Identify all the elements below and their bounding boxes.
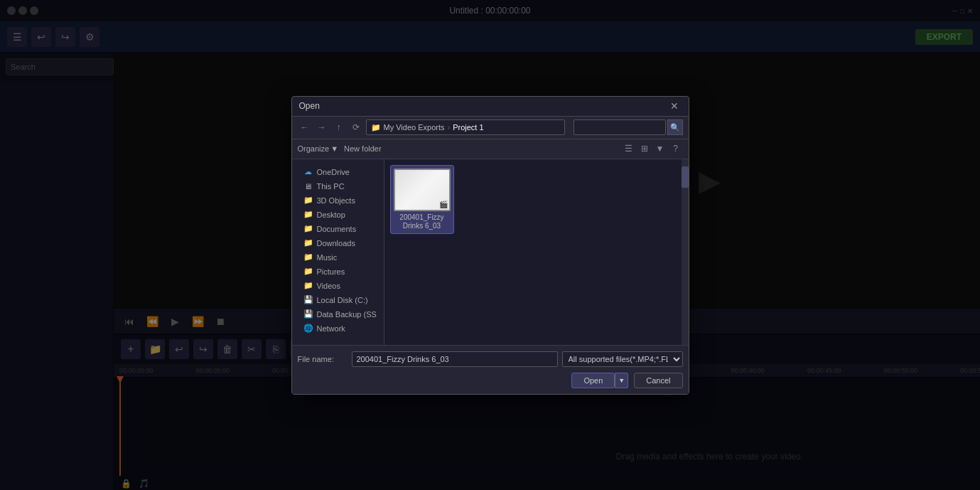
dialog-search-input[interactable] [574, 119, 666, 135]
open-button[interactable]: Open [571, 373, 615, 388]
sidebar-item-downloads-label: Downloads [317, 239, 355, 247]
desktop-icon: 📁 [303, 210, 313, 220]
sidebar-item-downloads[interactable]: 📁 Downloads [292, 236, 384, 250]
nav-forward-button[interactable]: → [315, 120, 329, 134]
dialog-scrollbar[interactable] [682, 159, 689, 345]
thispc-icon: 🖥 [303, 181, 313, 191]
breadcrumb-current: Project 1 [453, 123, 483, 132]
dialog-sidebar: ☁ OneDrive 🖥 This PC 📁 3D Objects 📁 Desk… [292, 159, 384, 345]
sidebar-item-music-label: Music [317, 253, 338, 262]
file-grid: 🎬 200401_FizzyDrinks 6_03 [390, 165, 676, 234]
sidebar-item-3dobjects[interactable]: 📁 3D Objects [292, 193, 384, 208]
filename-input[interactable] [352, 351, 558, 367]
dialog-files: 🎬 200401_FizzyDrinks 6_03 [384, 159, 682, 345]
scroll-thumb[interactable] [682, 166, 689, 188]
dialog-organize-toolbar: Organize ▼ New folder ☰ ⊞ ▼ ? [292, 139, 689, 159]
sidebar-item-3dobjects-label: 3D Objects [317, 196, 355, 205]
breadcrumb: 📁 My Video Exports › Project 1 [366, 119, 565, 135]
3dobjects-icon: 📁 [303, 196, 313, 206]
sidebar-item-localdisk[interactable]: 💾 Local Disk (C:) [292, 293, 384, 307]
open-dialog: Open ✕ ← → ↑ ⟳ 📁 My Video Exports › Proj… [291, 96, 689, 395]
file-item-fizzy-drinks[interactable]: 🎬 200401_FizzyDrinks 6_03 [390, 165, 454, 234]
sidebar-item-onedrive-label: OneDrive [317, 168, 350, 176]
breadcrumb-root: My Video Exports [384, 123, 445, 132]
organize-arrow-icon: ▼ [330, 144, 338, 153]
sidebar-item-onedrive[interactable]: ☁ OneDrive [292, 165, 384, 179]
organize-label: Organize [298, 144, 330, 153]
nav-recent-button[interactable]: ⟳ [349, 120, 363, 134]
breadcrumb-icon: 📁 [371, 123, 381, 132]
onedrive-icon: ☁ [303, 167, 313, 177]
sidebar-item-videos[interactable]: 📁 Videos [292, 279, 384, 293]
dialog-search-button[interactable]: 🔍 [667, 119, 683, 135]
dialog-body: ☁ OneDrive 🖥 This PC 📁 3D Objects 📁 Desk… [292, 159, 689, 345]
sidebar-item-documents-label: Documents [317, 225, 357, 233]
sidebar-item-databackup-label: Data Backup (SS [317, 310, 377, 319]
sidebar-item-videos-label: Videos [317, 282, 340, 290]
filename-row: File name: All supported files(*.MP4;*.F… [298, 351, 683, 367]
sidebar-section-main: ☁ OneDrive 🖥 This PC 📁 3D Objects 📁 Desk… [292, 164, 384, 337]
sidebar-item-databackup[interactable]: 💾 Data Backup (SS [292, 307, 384, 321]
film-strip-icon: 🎬 [439, 201, 448, 208]
sidebar-item-music[interactable]: 📁 Music [292, 250, 384, 265]
file-thumbnail-fizzy-drinks: 🎬 [394, 169, 451, 211]
organize-button[interactable]: Organize ▼ [298, 144, 339, 153]
dialog-close-button[interactable]: ✕ [667, 99, 682, 113]
view-buttons: ☰ ⊞ ▼ ? [622, 142, 683, 156]
sidebar-item-pictures-label: Pictures [317, 267, 345, 276]
downloads-icon: 📁 [303, 238, 313, 248]
open-arrow-button[interactable]: ▼ [615, 373, 628, 388]
dialog-nav: ← → ↑ ⟳ 📁 My Video Exports › Project 1 🔍 [292, 117, 689, 139]
documents-icon: 📁 [303, 224, 313, 234]
localdisk-icon: 💾 [303, 295, 313, 305]
sidebar-item-desktop[interactable]: 📁 Desktop [292, 208, 384, 222]
network-icon: 🌐 [303, 324, 313, 334]
sidebar-item-documents[interactable]: 📁 Documents [292, 222, 384, 236]
new-folder-button[interactable]: New folder [344, 144, 382, 153]
dialog-actions: Open ▼ Cancel [298, 373, 683, 388]
view-grid-button[interactable]: ⊞ [637, 142, 652, 156]
file-name-fizzy-drinks: 200401_FizzyDrinks 6_03 [399, 213, 443, 230]
filetype-select[interactable]: All supported files(*.MP4;*.FLV; All fil… [562, 351, 683, 367]
sidebar-item-desktop-label: Desktop [317, 211, 345, 219]
sidebar-item-network[interactable]: 🌐 Network [292, 321, 384, 336]
dialog-title: Open [299, 101, 320, 111]
videos-icon: 📁 [303, 281, 313, 291]
dialog-overlay: Open ✕ ← → ↑ ⟳ 📁 My Video Exports › Proj… [0, 0, 980, 490]
sidebar-item-thispc-label: This PC [317, 182, 345, 191]
breadcrumb-sep-1: › [448, 123, 451, 132]
databackup-icon: 💾 [303, 309, 313, 319]
view-help-button[interactable]: ? [669, 142, 683, 156]
sidebar-item-localdisk-label: Local Disk (C:) [317, 296, 368, 304]
view-options-button[interactable]: ▼ [653, 142, 667, 156]
sidebar-item-network-label: Network [317, 324, 345, 333]
filename-label: File name: [298, 355, 348, 363]
cancel-button[interactable]: Cancel [634, 373, 682, 388]
file-area-container: 🎬 200401_FizzyDrinks 6_03 [384, 159, 689, 345]
nav-up-button[interactable]: ↑ [332, 120, 346, 134]
dialog-titlebar: Open ✕ [292, 97, 689, 117]
nav-back-button[interactable]: ← [298, 120, 312, 134]
music-icon: 📁 [303, 252, 313, 262]
sidebar-item-thispc[interactable]: 🖥 This PC [292, 179, 384, 193]
sidebar-item-pictures[interactable]: 📁 Pictures [292, 265, 384, 279]
view-list-button[interactable]: ☰ [622, 142, 636, 156]
dialog-bottom: File name: All supported files(*.MP4;*.F… [292, 345, 689, 394]
pictures-icon: 📁 [303, 267, 313, 277]
open-button-group: Open ▼ [571, 373, 628, 388]
